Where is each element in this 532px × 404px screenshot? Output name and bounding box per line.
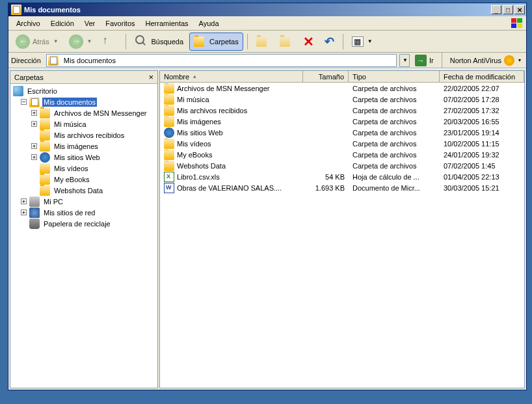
- folder-tree[interactable]: Escritorio − Mis documentos + Archivos d…: [10, 84, 157, 388]
- expand-button[interactable]: +: [21, 198, 27, 204]
- tree-node-ebooks[interactable]: My eBooks: [12, 174, 156, 185]
- tree-node-msn[interactable]: + Archivos de MSN Messenger: [12, 107, 156, 118]
- up-button[interactable]: [98, 33, 122, 51]
- copy-to-button[interactable]: [275, 33, 297, 51]
- file-row[interactable]: Mis imágenesCarpeta de archivos20/03/200…: [160, 116, 524, 127]
- forward-button[interactable]: ▼: [64, 33, 97, 51]
- folder-icon: [164, 139, 174, 149]
- desktop-icon: [13, 86, 23, 96]
- tree-node-websites[interactable]: + Mis sitios Web: [12, 152, 156, 163]
- col-header-type[interactable]: Tipo: [349, 71, 440, 82]
- folders-button[interactable]: Carpetas: [189, 33, 243, 51]
- toolbar: Atrás ▼ ▼ Búsqueda Carpetas ✕ ↶ ▼: [8, 31, 526, 53]
- views-icon: [352, 36, 364, 47]
- expand-button[interactable]: +: [31, 143, 37, 149]
- file-row[interactable]: Archivos de MSN MessengerCarpeta de arch…: [160, 83, 524, 94]
- file-row[interactable]: Mis vídeosCarpeta de archivos10/02/2005 …: [160, 138, 524, 149]
- file-date: 22/02/2005 22:07: [440, 85, 524, 92]
- folder-icon: [40, 130, 50, 141]
- norton-antivirus[interactable]: Norton AntiVirus ▾: [447, 55, 524, 66]
- file-row[interactable]: Libro1.csv.xls54 KBHoja de cálculo de ..…: [160, 171, 524, 182]
- menu-ver[interactable]: Ver: [79, 18, 101, 29]
- file-row[interactable]: Obras de VALERIANO SALAS....1.693 KBDocu…: [160, 182, 524, 193]
- tree-node-recycle[interactable]: Papelera de reciclaje: [12, 218, 156, 229]
- file-name: Mis sitios Web: [177, 129, 223, 137]
- tree-node-images[interactable]: + Mis imágenes: [12, 141, 156, 152]
- file-list[interactable]: Archivos de MSN MessengerCarpeta de arch…: [160, 83, 524, 388]
- address-field[interactable]: Mis documentos: [46, 54, 397, 67]
- search-button[interactable]: Búsqueda: [130, 33, 189, 51]
- video-folder-icon: [40, 163, 50, 174]
- col-header-size[interactable]: Tamaño: [303, 71, 349, 82]
- file-list-panel: Nombre ▲ Tamaño Tipo Fecha de modificaci…: [159, 70, 525, 388]
- menu-edicion[interactable]: Edición: [46, 18, 79, 29]
- address-dropdown[interactable]: ▼: [399, 54, 410, 67]
- tree-node-mypc[interactable]: + Mi PC: [12, 196, 156, 207]
- file-date: 23/01/2005 19:14: [440, 129, 524, 137]
- back-button[interactable]: Atrás ▼: [11, 33, 63, 51]
- menu-favoritos[interactable]: Favoritos: [100, 18, 140, 29]
- move-to-button[interactable]: [252, 33, 274, 51]
- menu-archivo[interactable]: Archivo: [11, 18, 46, 29]
- expand-button[interactable]: +: [21, 209, 27, 215]
- tree-node-mydocs[interactable]: − Mis documentos: [12, 96, 156, 107]
- tree-node-music[interactable]: + Mi música: [12, 118, 156, 129]
- excel-icon: [164, 172, 174, 182]
- folder-up-icon: [103, 34, 117, 49]
- go-button[interactable]: → Ir: [412, 54, 436, 67]
- file-date: 07/02/2005 1:45: [440, 162, 524, 170]
- expand-button[interactable]: +: [31, 121, 37, 127]
- separator: [247, 34, 248, 49]
- col-header-name[interactable]: Nombre ▲: [160, 71, 303, 82]
- file-type: Documento de Micr...: [349, 184, 440, 192]
- expand-button[interactable]: +: [31, 154, 37, 160]
- music-folder-icon: [40, 119, 50, 129]
- folders-icon: [194, 36, 204, 47]
- tree-node-network[interactable]: + Mis sitios de red: [12, 207, 156, 218]
- file-type: Carpeta de archivos: [349, 96, 440, 103]
- file-row[interactable]: Mi músicaCarpeta de archivos07/02/2005 1…: [160, 94, 524, 105]
- file-row[interactable]: Mis archivos recibidosCarpeta de archivo…: [160, 105, 524, 116]
- tree-header: Carpetas ×: [10, 71, 157, 84]
- menu-herramientas[interactable]: Herramientas: [140, 18, 194, 29]
- folder-icon: [164, 150, 174, 160]
- tree-node-videos[interactable]: Mis vídeos: [12, 163, 156, 174]
- file-row[interactable]: Mis sitios WebCarpeta de archivos23/01/2…: [160, 127, 524, 138]
- file-size: 1.693 KB: [303, 184, 349, 192]
- close-button[interactable]: ✕: [514, 5, 525, 14]
- file-name: Archivos de MSN Messenger: [177, 85, 269, 92]
- file-type: Hoja de cálculo de ...: [349, 173, 440, 181]
- address-value: Mis documentos: [64, 57, 116, 64]
- go-icon: →: [415, 55, 427, 66]
- move-icon: [256, 36, 267, 47]
- menu-ayuda[interactable]: Ayuda: [194, 18, 224, 29]
- folder-icon: [40, 185, 50, 196]
- views-button[interactable]: ▼: [347, 33, 377, 51]
- collapse-button[interactable]: −: [21, 99, 27, 105]
- svg-rect-2: [511, 23, 516, 28]
- file-row[interactable]: My eBooksCarpeta de archivos24/01/2005 1…: [160, 149, 524, 160]
- tree-node-received[interactable]: Mis archivos recibidos: [12, 129, 156, 141]
- titlebar[interactable]: Mis documentos _ □ ✕: [8, 3, 526, 16]
- separator: [442, 53, 442, 68]
- undo-button[interactable]: ↶: [320, 33, 339, 51]
- maximize-button[interactable]: □: [503, 5, 513, 14]
- file-row[interactable]: Webshots DataCarpeta de archivos07/02/20…: [160, 160, 524, 171]
- expand-button[interactable]: +: [31, 110, 37, 116]
- delete-button[interactable]: ✕: [299, 33, 319, 51]
- minimize-button[interactable]: _: [491, 5, 501, 14]
- col-header-date[interactable]: Fecha de modificación: [440, 71, 524, 82]
- norton-icon: [504, 55, 514, 66]
- windows-flag-icon: [509, 17, 525, 30]
- file-type: Carpeta de archivos: [349, 140, 440, 148]
- tree-node-webshots[interactable]: Webshots Data: [12, 185, 156, 196]
- folder-icon: [40, 108, 50, 118]
- close-tree-button[interactable]: ×: [148, 72, 153, 82]
- address-label: Dirección: [11, 57, 44, 64]
- web-folder-icon: [40, 152, 50, 163]
- chevron-down-icon: ▾: [518, 57, 521, 63]
- undo-icon: ↶: [325, 34, 334, 49]
- tree-node-desktop[interactable]: Escritorio: [12, 85, 156, 96]
- column-headers: Nombre ▲ Tamaño Tipo Fecha de modificaci…: [160, 71, 524, 83]
- folder-icon: [164, 161, 174, 171]
